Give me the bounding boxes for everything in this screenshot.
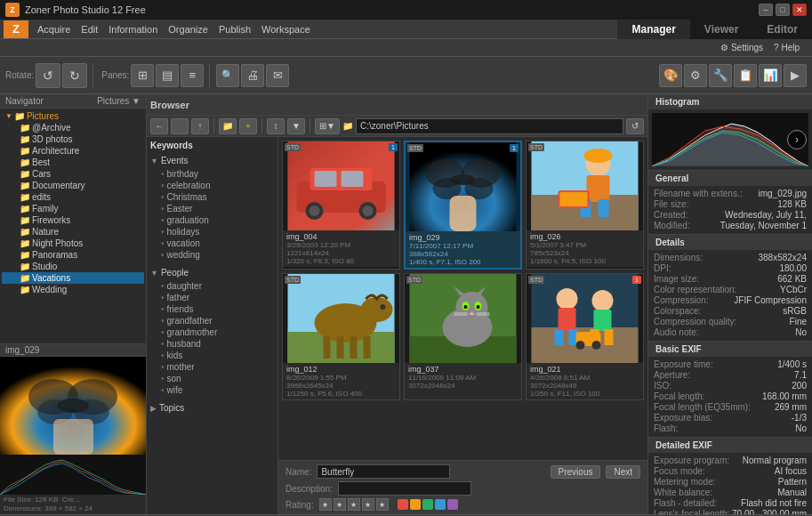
nav-item-pictures[interactable]: ▼ 📁 Pictures [2,110,144,122]
menu-information[interactable]: Information [103,22,163,36]
keyword-kids[interactable]: • kids [150,350,274,361]
new-folder-btn[interactable]: + [239,118,257,134]
topics-header[interactable]: ▶ Topics [150,403,274,413]
nav-item-3d[interactable]: 📁 3D photos [2,133,144,145]
help-btn[interactable]: ? Help [768,43,805,52]
menu-workspace[interactable]: Workspace [256,22,316,36]
minimize-button[interactable]: – [759,4,773,16]
pictures-dropdown[interactable]: Pictures ▼ [97,96,141,106]
path-input[interactable] [356,118,623,134]
star-5[interactable]: ★ [376,498,389,511]
rotate-left-btn[interactable]: ↺ [36,63,60,88]
description-input[interactable] [338,481,471,496]
menu-acquire[interactable]: Acquire [32,22,76,36]
right-toolbar-5[interactable]: 📊 [759,64,782,87]
keyword-birthday[interactable]: • birthday [150,168,274,180]
keyword-wife[interactable]: • wife [150,384,274,396]
refresh-btn[interactable]: ↺ [626,118,644,134]
thumbnail-img029[interactable]: STD 1 [404,141,522,270]
nav-item-fireworks[interactable]: 📁 Fireworks [2,214,144,226]
nav-item-archive[interactable]: 📁 @Archive [2,122,144,133]
folder-btn[interactable]: 📁 [219,118,237,134]
star-3[interactable]: ★ [348,498,360,511]
keyword-graduation[interactable]: • graduation [150,214,274,226]
nav-item-night[interactable]: 📁 Night Photos [2,238,144,249]
filter-btn[interactable]: ▼ [287,118,305,134]
keyword-wedding[interactable]: • wedding [150,249,274,261]
thumbnail-img037[interactable]: STD [404,273,522,400]
nav-item-family[interactable]: 📁 Family [2,203,144,214]
keyword-vacation[interactable]: • vacation [150,238,274,249]
forward-btn[interactable]: → [171,118,189,134]
star-2[interactable]: ★ [334,498,346,511]
next-btn[interactable]: Next [606,465,640,479]
tab-manager[interactable]: Manager [617,20,689,39]
keyword-mother[interactable]: • mother [150,361,274,373]
tab-viewer[interactable]: Viewer [690,20,752,39]
keyword-daughter[interactable]: • daughter [150,280,274,292]
histogram-title[interactable]: Histogram [648,94,812,109]
nav-item-wedding[interactable]: 📁 Wedding [2,284,144,295]
details-title[interactable]: Details [648,235,812,250]
keyword-friends[interactable]: • friends [150,303,274,315]
flag-green[interactable] [422,499,433,510]
flag-yellow[interactable] [410,499,421,510]
settings-btn[interactable]: ⚙ Settings [715,43,768,52]
nav-item-studio[interactable]: 📁 Studio [2,261,144,272]
nav-item-best[interactable]: 📁 Best [2,157,144,168]
nav-item-vacations[interactable]: 📁 Vacations [2,272,144,284]
right-toolbar-1[interactable]: 🎨 [659,64,682,87]
detailed-exif-title[interactable]: Detailed EXIF [648,438,812,453]
flag-blue[interactable] [435,499,446,510]
nav-item-cars[interactable]: 📁 Cars [2,168,144,180]
pane-btn-3[interactable]: ≡ [181,64,204,87]
pane-btn-2[interactable]: ▤ [156,64,179,87]
nav-item-architecture[interactable]: 📁 Architecture [2,145,144,157]
menu-publish[interactable]: Publish [213,22,256,36]
right-toolbar-2[interactable]: ⚙ [684,64,707,87]
events-header[interactable]: ▼ Events [150,156,274,165]
star-4[interactable]: ★ [362,498,374,511]
keyword-husband[interactable]: • husband [150,338,274,350]
keyword-father[interactable]: • father [150,292,274,303]
basic-exif-title[interactable]: Basic EXIF [648,342,812,357]
pane-btn-1[interactable]: ⊞ [131,64,154,87]
nav-item-panoramas[interactable]: 📁 Panoramas [2,249,144,261]
histogram-next-btn[interactable]: › [787,130,807,149]
up-btn[interactable]: ↑ [191,118,209,134]
thumbnail-img012[interactable]: STD [282,273,400,400]
menu-organize[interactable]: Organize [163,22,213,36]
close-button[interactable]: ✕ [792,4,807,16]
keyword-celebration[interactable]: • celebration [150,180,274,191]
toolbar-icon-2[interactable]: 🖨 [241,64,264,87]
star-1[interactable]: ★ [319,498,332,511]
view-btn[interactable]: ⊞▼ [315,118,340,134]
menu-edit[interactable]: Edit [76,22,103,36]
toolbar-icon-1[interactable]: 🔍 [216,64,239,87]
sort-btn[interactable]: ↕ [267,118,285,134]
right-toolbar-4[interactable]: 📋 [734,64,757,87]
thumbnail-img026[interactable]: STD [526,141,644,270]
toolbar-icon-3[interactable]: ✉ [266,64,289,87]
keyword-son[interactable]: • son [150,373,274,384]
keyword-christmas[interactable]: • Christmas [150,191,274,203]
right-toolbar-3[interactable]: 🔧 [709,64,732,87]
rotate-right-btn[interactable]: ↻ [62,63,87,88]
nav-item-documentary[interactable]: 📁 Documentary [2,180,144,191]
right-toolbar-6[interactable]: ▶ [784,64,807,87]
general-title[interactable]: General [648,171,812,186]
keyword-holidays[interactable]: • holidays [150,226,274,238]
nav-item-edits[interactable]: 📁 edits [2,191,144,203]
name-input[interactable] [317,464,450,479]
maximize-button[interactable]: □ [776,4,790,16]
keyword-grandmother[interactable]: • grandmother [150,327,274,338]
thumbnail-img004[interactable]: STD 1 [282,141,400,270]
flag-red[interactable] [398,499,408,510]
people-header[interactable]: ▼ People [150,268,274,278]
nav-item-nature[interactable]: 📁 Nature [2,226,144,238]
tab-editor[interactable]: Editor [752,20,812,39]
thumbnail-img021[interactable]: STD 1 [526,273,644,400]
previous-btn[interactable]: Previous [551,465,601,479]
flag-purple[interactable] [447,499,458,510]
keyword-grandfather[interactable]: • grandfather [150,315,274,327]
